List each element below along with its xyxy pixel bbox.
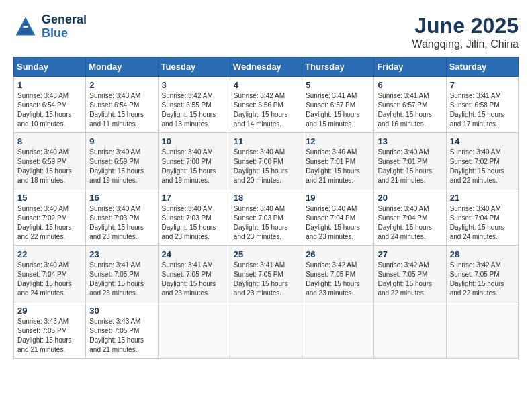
- header-thursday: Thursday: [302, 58, 374, 77]
- calendar-table: SundayMondayTuesdayWednesdayThursdayFrid…: [13, 57, 519, 359]
- day-info: Sunrise: 3:41 AM Sunset: 6:57 PM Dayligh…: [306, 91, 370, 129]
- day-info: Sunrise: 3:40 AM Sunset: 7:01 PM Dayligh…: [306, 148, 370, 185]
- day-number: 24: [162, 249, 226, 259]
- day-cell: 30Sunrise: 3:43 AM Sunset: 7:05 PM Dayli…: [86, 302, 158, 359]
- day-info: Sunrise: 3:40 AM Sunset: 7:00 PM Dayligh…: [234, 148, 298, 185]
- day-cell: 9Sunrise: 3:40 AM Sunset: 6:59 PM Daylig…: [86, 133, 158, 189]
- week-row-2: 8Sunrise: 3:40 AM Sunset: 6:59 PM Daylig…: [14, 133, 519, 189]
- header: General Blue June 2025 Wangqing, Jilin, …: [13, 13, 519, 50]
- day-number: 1: [17, 80, 82, 90]
- day-info: Sunrise: 3:40 AM Sunset: 7:04 PM Dayligh…: [17, 261, 82, 298]
- day-number: 8: [17, 136, 82, 146]
- logo-icon: [13, 15, 38, 39]
- day-number: 5: [306, 80, 370, 90]
- day-info: Sunrise: 3:41 AM Sunset: 7:05 PM Dayligh…: [89, 261, 154, 298]
- day-cell: 27Sunrise: 3:42 AM Sunset: 7:05 PM Dayli…: [374, 246, 446, 302]
- day-cell: 1Sunrise: 3:43 AM Sunset: 6:54 PM Daylig…: [14, 77, 86, 133]
- day-cell: 2Sunrise: 3:43 AM Sunset: 6:54 PM Daylig…: [86, 77, 158, 133]
- header-wednesday: Wednesday: [230, 58, 302, 77]
- day-number: 25: [234, 249, 298, 259]
- day-number: 28: [450, 249, 515, 259]
- day-cell: 15Sunrise: 3:40 AM Sunset: 7:02 PM Dayli…: [14, 189, 86, 246]
- day-cell: 28Sunrise: 3:42 AM Sunset: 7:05 PM Dayli…: [446, 246, 518, 302]
- day-cell: 18Sunrise: 3:40 AM Sunset: 7:03 PM Dayli…: [230, 189, 302, 246]
- day-cell: 16Sunrise: 3:40 AM Sunset: 7:03 PM Dayli…: [86, 189, 158, 246]
- day-number: 11: [234, 136, 298, 146]
- day-cell: 22Sunrise: 3:40 AM Sunset: 7:04 PM Dayli…: [14, 246, 86, 302]
- day-number: 27: [378, 249, 442, 259]
- logo-text: General Blue: [42, 13, 87, 40]
- day-info: Sunrise: 3:41 AM Sunset: 7:05 PM Dayligh…: [162, 261, 226, 298]
- day-info: Sunrise: 3:40 AM Sunset: 6:59 PM Dayligh…: [17, 148, 82, 185]
- day-number: 26: [306, 249, 370, 259]
- day-info: Sunrise: 3:40 AM Sunset: 7:04 PM Dayligh…: [450, 204, 515, 242]
- day-info: Sunrise: 3:40 AM Sunset: 7:00 PM Dayligh…: [162, 148, 226, 185]
- week-row-5: 29Sunrise: 3:43 AM Sunset: 7:05 PM Dayli…: [14, 302, 519, 359]
- day-info: Sunrise: 3:43 AM Sunset: 6:54 PM Dayligh…: [89, 91, 154, 129]
- day-cell: 23Sunrise: 3:41 AM Sunset: 7:05 PM Dayli…: [86, 246, 158, 302]
- day-info: Sunrise: 3:42 AM Sunset: 6:55 PM Dayligh…: [162, 91, 226, 129]
- day-info: Sunrise: 3:40 AM Sunset: 7:02 PM Dayligh…: [17, 204, 82, 242]
- header-saturday: Saturday: [446, 58, 518, 77]
- day-info: Sunrise: 3:43 AM Sunset: 6:54 PM Dayligh…: [17, 91, 82, 129]
- day-cell: 4Sunrise: 3:42 AM Sunset: 6:56 PM Daylig…: [230, 77, 302, 133]
- day-cell: 3Sunrise: 3:42 AM Sunset: 6:55 PM Daylig…: [158, 77, 230, 133]
- day-number: 12: [306, 136, 370, 146]
- day-info: Sunrise: 3:40 AM Sunset: 7:03 PM Dayligh…: [89, 204, 154, 242]
- day-cell: 25Sunrise: 3:41 AM Sunset: 7:05 PM Dayli…: [230, 246, 302, 302]
- week-row-1: 1Sunrise: 3:43 AM Sunset: 6:54 PM Daylig…: [14, 77, 519, 133]
- day-cell: 24Sunrise: 3:41 AM Sunset: 7:05 PM Dayli…: [158, 246, 230, 302]
- day-info: Sunrise: 3:40 AM Sunset: 7:04 PM Dayligh…: [306, 204, 370, 242]
- day-number: 15: [17, 193, 82, 203]
- day-cell: 12Sunrise: 3:40 AM Sunset: 7:01 PM Dayli…: [302, 133, 374, 189]
- day-number: 22: [17, 249, 82, 259]
- day-number: 18: [234, 193, 298, 203]
- week-row-3: 15Sunrise: 3:40 AM Sunset: 7:02 PM Dayli…: [14, 189, 519, 246]
- day-number: 29: [17, 306, 82, 316]
- day-number: 10: [162, 136, 226, 146]
- day-number: 30: [89, 306, 154, 316]
- day-info: Sunrise: 3:40 AM Sunset: 7:03 PM Dayligh…: [162, 204, 226, 242]
- header-tuesday: Tuesday: [158, 58, 230, 77]
- day-info: Sunrise: 3:40 AM Sunset: 7:04 PM Dayligh…: [378, 204, 442, 242]
- day-number: 13: [378, 136, 442, 146]
- day-cell: 7Sunrise: 3:41 AM Sunset: 6:58 PM Daylig…: [446, 77, 518, 133]
- day-info: Sunrise: 3:42 AM Sunset: 6:56 PM Dayligh…: [234, 91, 298, 129]
- calendar-title: June 2025: [412, 13, 519, 38]
- header-friday: Friday: [374, 58, 446, 77]
- day-info: Sunrise: 3:42 AM Sunset: 7:05 PM Dayligh…: [450, 261, 515, 298]
- day-number: 14: [450, 136, 515, 146]
- day-cell: 20Sunrise: 3:40 AM Sunset: 7:04 PM Dayli…: [374, 189, 446, 246]
- day-info: Sunrise: 3:40 AM Sunset: 6:59 PM Dayligh…: [89, 148, 154, 185]
- calendar-subtitle: Wangqing, Jilin, China: [412, 38, 519, 50]
- day-info: Sunrise: 3:41 AM Sunset: 7:05 PM Dayligh…: [234, 261, 298, 298]
- day-cell: [302, 302, 374, 359]
- day-number: 4: [234, 80, 298, 90]
- day-cell: 10Sunrise: 3:40 AM Sunset: 7:00 PM Dayli…: [158, 133, 230, 189]
- day-number: 19: [306, 193, 370, 203]
- day-cell: [230, 302, 302, 359]
- day-info: Sunrise: 3:42 AM Sunset: 7:05 PM Dayligh…: [378, 261, 442, 298]
- day-cell: 13Sunrise: 3:40 AM Sunset: 7:01 PM Dayli…: [374, 133, 446, 189]
- day-cell: 21Sunrise: 3:40 AM Sunset: 7:04 PM Dayli…: [446, 189, 518, 246]
- day-info: Sunrise: 3:42 AM Sunset: 7:05 PM Dayligh…: [306, 261, 370, 298]
- day-number: 6: [378, 80, 442, 90]
- week-row-4: 22Sunrise: 3:40 AM Sunset: 7:04 PM Dayli…: [14, 246, 519, 302]
- day-cell: 26Sunrise: 3:42 AM Sunset: 7:05 PM Dayli…: [302, 246, 374, 302]
- day-number: 3: [162, 80, 226, 90]
- day-info: Sunrise: 3:41 AM Sunset: 6:57 PM Dayligh…: [378, 91, 442, 129]
- day-cell: 11Sunrise: 3:40 AM Sunset: 7:00 PM Dayli…: [230, 133, 302, 189]
- day-number: 9: [89, 136, 154, 146]
- day-number: 16: [89, 193, 154, 203]
- day-cell: [374, 302, 446, 359]
- day-cell: 17Sunrise: 3:40 AM Sunset: 7:03 PM Dayli…: [158, 189, 230, 246]
- day-number: 21: [450, 193, 515, 203]
- day-info: Sunrise: 3:40 AM Sunset: 7:01 PM Dayligh…: [378, 148, 442, 185]
- day-cell: [158, 302, 230, 359]
- title-area: June 2025 Wangqing, Jilin, China: [412, 13, 519, 50]
- header-sunday: Sunday: [14, 58, 86, 77]
- day-number: 7: [450, 80, 515, 90]
- day-info: Sunrise: 3:40 AM Sunset: 7:02 PM Dayligh…: [450, 148, 515, 185]
- svg-rect-2: [23, 26, 28, 28]
- day-cell: 5Sunrise: 3:41 AM Sunset: 6:57 PM Daylig…: [302, 77, 374, 133]
